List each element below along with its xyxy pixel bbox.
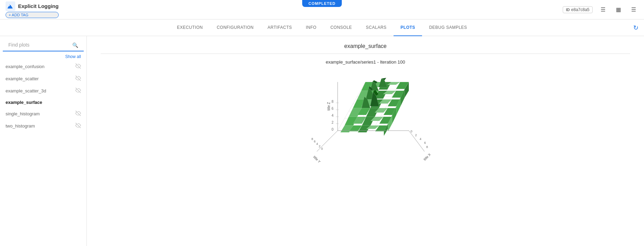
y-axis-title: title Y — [313, 155, 322, 164]
search-area: 🔍 — [3, 42, 84, 51]
id-value: e8a7c8a5 — [571, 7, 589, 12]
svg-text:2: 2 — [319, 145, 320, 148]
search-icon[interactable]: 🔍 — [72, 42, 78, 48]
id-icon: ID — [566, 8, 570, 12]
svg-text:4: 4 — [316, 142, 318, 146]
svg-text:2: 2 — [331, 121, 333, 124]
svg-text:8: 8 — [311, 137, 313, 141]
x-axis-title: title X — [423, 153, 432, 162]
svg-line-65 — [317, 131, 338, 151]
app-logo-icon — [6, 1, 15, 11]
plot-divider — [101, 54, 630, 54]
id-badge: ID e8a7c8a5 — [563, 6, 593, 13]
svg-text:0: 0 — [411, 130, 412, 133]
refresh-icon[interactable]: ↻ — [633, 24, 638, 32]
header-right: ID e8a7c8a5 ☰ ▦ ☰ — [563, 5, 638, 15]
add-tag-button[interactable]: + ADD TAG — [6, 12, 59, 18]
svg-text:6: 6 — [424, 141, 426, 145]
svg-text:6: 6 — [314, 140, 315, 143]
svg-text:4: 4 — [331, 114, 333, 117]
sidebar-item-label: example_scatter_3d — [6, 88, 46, 93]
tab-artifacts[interactable]: ARTIFACTS — [261, 19, 299, 36]
sidebar-item-label: two_histogram — [6, 123, 35, 129]
columns-view-button[interactable]: ▦ — [613, 5, 623, 15]
eye-off-icon — [75, 63, 81, 70]
plot-section-title: example_surface — [101, 43, 630, 49]
sidebar-item-two-histogram[interactable]: two_histogram — [0, 120, 86, 132]
sidebar-item-single-histogram[interactable]: single_histogram — [0, 108, 86, 120]
sidebar-item-label: example_confusion — [6, 64, 44, 69]
show-all-button[interactable]: Show all — [0, 51, 86, 60]
top-bar: Explicit Logging + ADD TAG COMPLETED ID … — [0, 0, 644, 19]
logo-area: Explicit Logging + ADD TAG — [6, 1, 59, 18]
svg-text:8: 8 — [426, 145, 428, 149]
logo-title: Explicit Logging — [6, 1, 59, 11]
surface-plot-svg[interactable]: 0 2 4 6 8 0 2 4 6 8 — [282, 72, 449, 183]
svg-text:8: 8 — [331, 100, 333, 104]
sidebar-item-example-scatter-3d[interactable]: example_scatter_3d — [0, 85, 86, 97]
tab-debug-samples[interactable]: DEBUG SAMPLES — [422, 19, 474, 36]
eye-off-icon — [75, 123, 81, 129]
svg-text:4: 4 — [420, 137, 421, 141]
sidebar: 🔍 Show all example_confusion example_sca… — [0, 36, 87, 246]
main-layout: 🔍 Show all example_confusion example_sca… — [0, 36, 644, 246]
tab-plots[interactable]: PLOTS — [394, 19, 422, 36]
list-view-button[interactable]: ☰ — [598, 5, 608, 15]
main-content: example_surface example_surface/series1 … — [87, 36, 644, 246]
eye-off-icon — [75, 75, 81, 82]
y-axis-labels: 0 2 4 6 8 — [311, 137, 323, 150]
app-title: Explicit Logging — [18, 3, 59, 9]
tab-info[interactable]: INFO — [299, 19, 323, 36]
svg-text:0: 0 — [321, 147, 323, 150]
sidebar-item-label: example_surface — [6, 100, 42, 105]
tab-configuration[interactable]: CONFIGURATION — [210, 19, 261, 36]
svg-text:6: 6 — [331, 107, 333, 110]
plot-subtitle: example_surface/series1 - Iteration 100 — [101, 59, 630, 65]
sidebar-item-label: example_scatter — [6, 76, 39, 81]
nav-tabs: EXECUTION CONFIGURATION ARTIFACTS INFO C… — [0, 19, 644, 36]
tab-scalars[interactable]: SCALARS — [359, 19, 394, 36]
x-axis-labels: 0 2 4 6 8 — [411, 130, 428, 149]
plot-container: 0 2 4 6 8 0 2 4 6 8 — [101, 72, 630, 183]
sidebar-item-label: single_histogram — [6, 111, 40, 116]
eye-off-icon — [75, 88, 81, 94]
search-input[interactable] — [8, 42, 78, 48]
svg-text:2: 2 — [415, 133, 417, 137]
tab-execution[interactable]: EXECUTION — [170, 19, 210, 36]
menu-button[interactable]: ☰ — [629, 5, 638, 15]
sidebar-item-example-confusion[interactable]: example_confusion — [0, 60, 86, 73]
tab-console[interactable]: CONSOLE — [323, 19, 359, 36]
sidebar-item-example-scatter[interactable]: example_scatter — [0, 73, 86, 85]
sidebar-item-example-surface[interactable]: example_surface — [0, 97, 86, 108]
svg-text:0: 0 — [331, 128, 333, 131]
eye-off-icon — [75, 110, 81, 117]
completed-badge: COMPLETED — [302, 0, 342, 7]
z-axis-title: title Z — [327, 102, 331, 110]
